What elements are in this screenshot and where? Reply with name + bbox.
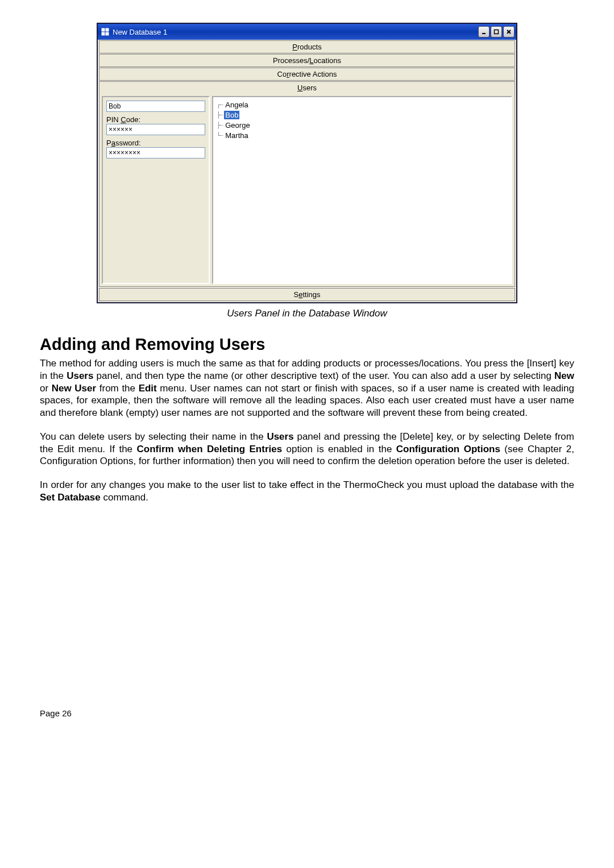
tab-settings[interactable]: Settings [99, 288, 515, 301]
users-panel-body: PIN Code: Password: ┌┈ Angela ├┈ Bob ├┈ … [99, 94, 515, 287]
database-window: New Database 1 Products Processes/Locat [97, 23, 517, 303]
page-footer: Page 26 [40, 708, 574, 718]
tree-item-label: Martha [224, 131, 249, 140]
svg-rect-0 [102, 28, 105, 31]
maximize-button[interactable] [491, 26, 502, 37]
paragraph-3: In order for any changes you make to the… [40, 479, 574, 504]
window-buttons [478, 26, 515, 37]
tree-item[interactable]: ├┈ George [217, 120, 508, 130]
tree-connector-icon: ├┈ [217, 122, 223, 129]
tree-item-label: Angela [224, 101, 249, 109]
tree-item[interactable]: ┌┈ Angela [217, 99, 508, 110]
paragraph-1: The method for adding users is much the … [40, 357, 574, 419]
minimize-button[interactable] [478, 26, 489, 37]
tree-connector-icon: ├┈ [217, 111, 223, 119]
tab-products[interactable]: Products [99, 40, 515, 53]
svg-rect-5 [495, 30, 499, 34]
password-input[interactable] [106, 147, 205, 158]
tree-connector-icon: ┌┈ [217, 101, 223, 108]
tab-users[interactable]: Users [99, 81, 515, 94]
tab-strip: Products Processes/Locations Corrective … [98, 40, 516, 94]
figure-caption: Users Panel in the Database Window [40, 308, 574, 319]
tab-processes-locations[interactable]: Processes/Locations [99, 54, 515, 67]
svg-rect-2 [102, 32, 105, 35]
paragraph-2: You can delete users by selecting their … [40, 431, 574, 468]
app-icon [101, 27, 110, 36]
titlebar[interactable]: New Database 1 [98, 24, 516, 40]
tree-item[interactable]: ├┈ Bob [217, 110, 508, 120]
user-name-input[interactable] [106, 101, 205, 112]
window-title: New Database 1 [113, 28, 478, 36]
section-heading: Adding and Removing Users [40, 335, 574, 354]
tree-item[interactable]: └┈ Martha [217, 130, 508, 140]
svg-rect-3 [106, 32, 109, 35]
tab-corrective-actions[interactable]: Corrective Actions [99, 68, 515, 81]
svg-rect-1 [106, 28, 109, 31]
users-tree[interactable]: ┌┈ Angela ├┈ Bob ├┈ George └┈ Martha [212, 96, 512, 284]
pin-code-input[interactable] [106, 124, 205, 135]
close-button[interactable] [503, 26, 515, 37]
tree-connector-icon: └┈ [217, 132, 223, 139]
pin-code-label: PIN Code: [106, 115, 205, 124]
tree-item-label: George [224, 121, 251, 130]
user-form-pane: PIN Code: Password: [102, 96, 210, 284]
password-label: Password: [106, 139, 205, 147]
tree-item-label: Bob [224, 111, 239, 119]
